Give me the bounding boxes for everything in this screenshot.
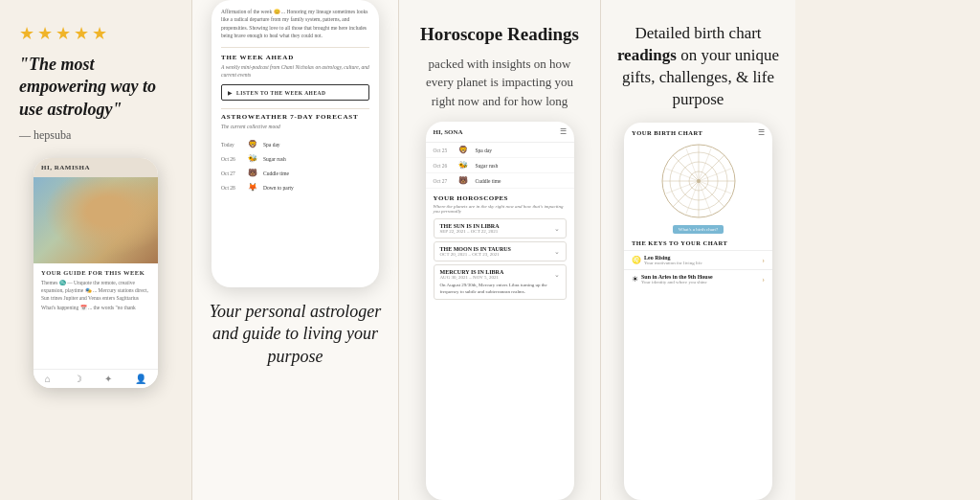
section-astrologer: Affirmation of the week 😊 ... Honoring m…: [192, 0, 398, 500]
listen-button[interactable]: ▶ LISTEN TO THE WEEK AHEAD: [221, 84, 369, 101]
body-text-2: What's happening 📅 ... the words "no tha…: [41, 305, 150, 312]
astrologer-tagline: Your personal astrologer and guide to li…: [192, 287, 398, 381]
leo-icon: ♌: [632, 256, 641, 264]
phone-mockup-1: HI, RAMISHA THE LOVERS YOUR GUIDE FOR TH…: [33, 158, 158, 388]
app3-row-0: Oct 25 🦁 Spa day: [426, 143, 574, 158]
birth-chart-heading: Detailed birth chart readings on your un…: [616, 23, 780, 111]
review-author: — hepsuba: [19, 128, 71, 143]
app4-header: YOUR BIRTH CHART ☰: [624, 123, 772, 143]
phone-mockup-2: Affirmation of the week 😊 ... Honoring m…: [212, 0, 379, 287]
horoscopes-title: YOUR HOROSCOPES: [434, 194, 567, 202]
star-rating: ★ ★ ★ ★ ★: [19, 23, 107, 44]
app3-row-2: Oct 27 🐻 Cuddle time: [426, 173, 574, 189]
birth-chart-top: Detailed birth chart readings on your un…: [601, 0, 795, 123]
star-1: ★: [19, 23, 34, 44]
nav-person-icon[interactable]: 👤: [135, 374, 146, 384]
horoscope-heading: Horoscope Readings: [418, 23, 581, 47]
forecast-row-1: Oct 26 🐝 Sugar rush: [221, 151, 369, 166]
horoscope-top: Horoscope Readings packed with insights …: [399, 0, 600, 122]
sun-icon: ☀: [632, 275, 638, 284]
phone-nav: ⌂ ☽ ✦ 👤: [33, 369, 158, 388]
forecast-row-3: Oct 28 🦊 Down to party: [221, 180, 369, 194]
phone-mockup-4: YOUR BIRTH CHART ☰: [624, 123, 772, 500]
body-text-1: Themes ♏ — Unquote the remote, creative …: [41, 280, 150, 302]
birth-chart-title: YOUR BIRTH CHART: [632, 129, 702, 136]
chevron-icon-2: ⌄: [554, 271, 560, 279]
section-birth-chart: Detailed birth chart readings on your un…: [601, 0, 795, 500]
svg-point-12: [697, 179, 701, 183]
menu-icon-4[interactable]: ☰: [758, 128, 765, 137]
star-5: ★: [92, 23, 107, 44]
key-item-1[interactable]: ☀ Sun in Aries in the 9th House Your ide…: [624, 269, 772, 288]
keys-title: THE KEYS TO YOUR CHART: [624, 239, 772, 246]
star-4: ★: [74, 23, 89, 44]
forecast-title: ASTROWEATHER 7-DAY FORECAST: [221, 113, 369, 121]
horoscopes-sub: Where the planets are in the sky right n…: [434, 204, 567, 214]
phone-mockup-3: HI, SONA ☰ Oct 25 🦁 Spa day Oct 26 🐝 Sug…: [426, 122, 574, 500]
app3-header: HI, SONA ☰: [426, 122, 574, 143]
week-ahead-sub: A weekly mini-podcast from Chani Nichola…: [221, 64, 369, 79]
arrow-icon-0: ›: [762, 256, 765, 264]
forecast-row-0: Today 🦁 Spa day: [221, 137, 369, 151]
guide-title: YOUR GUIDE FOR THIS WEEK: [41, 269, 150, 276]
horoscope-item-1[interactable]: THE MOON IS IN TAURUS OCT 20, 2021 – OCT…: [434, 241, 567, 261]
nav-star-icon[interactable]: ✦: [104, 374, 112, 384]
week-ahead-title: THE WEEK AHEAD: [221, 54, 369, 61]
chevron-icon-0: ⌄: [554, 225, 560, 233]
review-quote: "The most empowering way to use astrolog…: [19, 54, 172, 121]
horoscope-item-0[interactable]: THE SUN IS IN LIBRA SEP 22, 2021 – OCT 2…: [434, 218, 567, 239]
horoscope-body: packed with insights on how every planet…: [418, 55, 581, 111]
your-horoscopes-section: YOUR HOROSCOPES Where the planets are in…: [426, 189, 574, 308]
nav-moon-icon[interactable]: ☽: [74, 374, 82, 384]
app3-row-1: Oct 26 🐝 Sugar rush: [426, 158, 574, 173]
app-affirmation: Affirmation of the week 😊 ... Honoring m…: [221, 8, 369, 48]
star-3: ★: [56, 23, 71, 44]
nav-home-icon[interactable]: ⌂: [45, 374, 51, 384]
app3-greeting: HI, SONA: [434, 128, 463, 136]
birth-chart-circle: [660, 143, 737, 219]
menu-icon[interactable]: ☰: [560, 127, 567, 136]
section-review: ★ ★ ★ ★ ★ "The most empowering way to us…: [0, 0, 191, 500]
section-horoscope: Horoscope Readings packed with insights …: [399, 0, 600, 500]
horoscope-item-2[interactable]: MERCURY IS IN LIBRA AUG 30, 2021 – NOV 5…: [434, 264, 567, 300]
play-icon: ▶: [228, 89, 233, 96]
phone-greeting-1: HI, RAMISHA: [33, 158, 158, 177]
divider: [221, 108, 369, 109]
phone-image: THE LOVERS: [33, 177, 158, 263]
star-2: ★: [37, 23, 53, 44]
chevron-icon-1: ⌄: [554, 248, 560, 256]
key-item-0[interactable]: ♌ Leo Rising Your motivation for living …: [624, 250, 772, 269]
horoscope-desc: On August 29/30th, Mercury enters Libra …: [440, 282, 560, 295]
forecast-row-2: Oct 27 🐻 Cuddle time: [221, 166, 369, 180]
arrow-icon-1: ›: [762, 275, 765, 284]
listen-label: LISTEN TO THE WEEK AHEAD: [236, 90, 326, 96]
forecast-sub: The current collective mood: [221, 124, 369, 131]
birth-chart-btn[interactable]: What's a birth chart?: [673, 225, 724, 234]
